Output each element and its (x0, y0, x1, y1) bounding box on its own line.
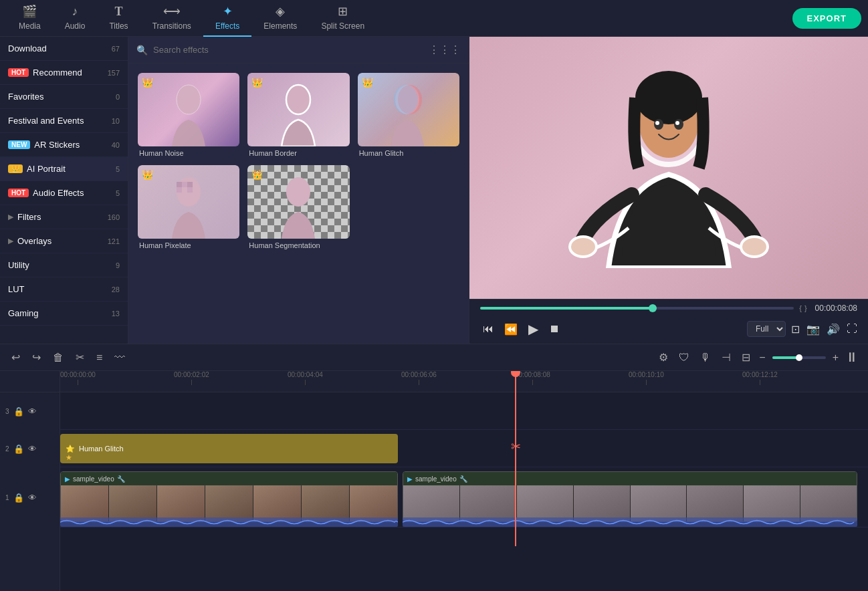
redo-button[interactable]: ↪ (30, 349, 43, 366)
svg-point-17 (570, 237, 596, 257)
nav-media[interactable]: 🎬 Media (7, 0, 53, 37)
lock-icon-1[interactable]: 🔒 (13, 493, 24, 503)
play-button[interactable]: ▶ (526, 318, 541, 340)
svg-rect-8 (177, 182, 182, 187)
effect-thumb-human-noise: 👑 (138, 73, 239, 146)
sidebar-item-utility[interactable]: Utility 9 (0, 253, 128, 277)
mic-icon[interactable]: 🎙 (698, 350, 713, 366)
ruler-marks: 00:00:00:00 00:00:02:02 00:00:04:04 00:0… (60, 371, 863, 392)
search-bar: 🔍 ⋮⋮⋮ (128, 37, 469, 64)
playback-controls-row: ⏮ ⏪ ▶ ⏹ Full ⊡ 📷 🔊 ⛶ (480, 318, 857, 340)
preview-controls: { } 00:00:08:08 ⏮ ⏪ ▶ ⏹ Full ⊡ 📷 🔊 ⛶ (469, 299, 868, 344)
cut-button[interactable]: ✂ (74, 349, 86, 366)
progress-handle[interactable] (649, 304, 657, 312)
sidebar-item-overlays[interactable]: ▶ Overlays 121 (0, 229, 128, 253)
undo-button[interactable]: ↩ (9, 349, 22, 366)
sidebar-item-favorites[interactable]: Favorites 0 (0, 85, 128, 109)
effect-clip-icon: ⭐ (66, 445, 75, 453)
sidebar-festival-label: Festival and Events (8, 116, 112, 126)
split-icon[interactable]: ⊣ (720, 349, 733, 366)
time-ruler: 00:00:00:00 00:00:02:02 00:00:04:04 00:0… (60, 371, 868, 392)
settings-icon[interactable]: ⚙ (657, 349, 670, 366)
quality-select[interactable]: Full (747, 321, 786, 337)
playhead (515, 371, 516, 546)
media-icon: 🎬 (22, 4, 37, 19)
lock-icon-3[interactable]: 🔒 (13, 406, 24, 417)
preview-area: { } 00:00:08:08 ⏮ ⏪ ▶ ⏹ Full ⊡ 📷 🔊 ⛶ (469, 37, 868, 344)
grid-view-icon[interactable]: ⋮⋮⋮ (429, 43, 461, 56)
zoom-bar[interactable] (772, 356, 826, 359)
sidebar-item-ai-portrait[interactable]: 👑 AI Portrait 5 (0, 157, 128, 181)
waveform-svg-1 (60, 517, 398, 527)
nav-transitions[interactable]: ⟷ Transitions (140, 0, 203, 37)
progress-bar[interactable] (480, 307, 794, 310)
audio-wave-button[interactable]: 〰 (112, 350, 127, 366)
time-mark-2: 00:00:04:04 (288, 371, 323, 385)
snapshot-icon[interactable]: 📷 (806, 323, 820, 336)
sidebar-item-recommend[interactable]: HOT Recommend 157 (0, 61, 128, 85)
track-labels: 3 🔒 👁 2 🔒 👁 1 🔒 👁 (0, 371, 60, 591)
crown-icon-4: 👑 (142, 169, 153, 180)
effects-icon: ✦ (223, 4, 233, 19)
sidebar-item-lut[interactable]: LUT 28 (0, 277, 128, 302)
delete-button[interactable]: 🗑 (51, 350, 66, 366)
adjust-button[interactable]: ≡ (94, 350, 104, 366)
crown-icon-5: 👑 (251, 169, 263, 180)
nav-audio[interactable]: ♪ Audio (53, 0, 98, 37)
audio-waveform-1 (60, 517, 398, 527)
sidebar-item-gaming[interactable]: Gaming 13 (0, 302, 128, 326)
effect-human-border[interactable]: 👑 Human Border (247, 73, 349, 157)
shield-icon[interactable]: 🛡 (677, 350, 691, 366)
eye-icon-2[interactable]: 👁 (28, 444, 37, 454)
eye-icon-3[interactable]: 👁 (28, 406, 37, 417)
nav-titles[interactable]: T Titles (97, 0, 140, 37)
frame-5 (253, 485, 301, 522)
sidebar-item-download[interactable]: Download 67 (0, 37, 128, 61)
video-clip-icon: ▶ (65, 475, 70, 483)
zoom-handle[interactable] (796, 354, 802, 361)
stop-button[interactable]: ⏹ (546, 320, 562, 338)
nav-effects[interactable]: ✦ Effects (203, 0, 251, 37)
frame-3 (157, 485, 205, 522)
caption-icon[interactable]: ⊟ (740, 349, 752, 366)
video-clip-2[interactable]: ▶ sample_video 🔧 (403, 471, 857, 522)
nav-splitscreen[interactable]: ⊞ Split Screen (309, 0, 376, 37)
sidebar-utility-count: 9 (116, 261, 120, 269)
audio-waveform-2 (403, 517, 857, 527)
zoom-out-button[interactable]: − (759, 352, 765, 364)
video-clip-1[interactable]: ▶ sample_video 🔧 (60, 471, 398, 522)
sidebar-item-audio-effects[interactable]: HOT Audio Effects 5 (0, 181, 128, 205)
search-input[interactable] (153, 45, 423, 55)
effect-human-pixelate[interactable]: 👑 Human Pixelate (138, 165, 239, 249)
timeline-pause-button[interactable]: ⏸ (845, 350, 859, 365)
video-clip-2-frames (403, 485, 857, 522)
crown-icon-3: 👑 (362, 77, 373, 88)
frame-back-button[interactable]: ⏪ (502, 320, 520, 338)
timeline-body: 3 🔒 👁 2 🔒 👁 1 🔒 👁 0 (0, 371, 868, 591)
zoom-in-button[interactable]: + (833, 352, 839, 364)
sidebar-item-festival[interactable]: Festival and Events 10 (0, 109, 128, 133)
effect-human-noise[interactable]: 👑 Human Noise (138, 73, 239, 157)
pip-icon[interactable]: ⊡ (791, 323, 800, 336)
sidebar-item-ar-stickers[interactable]: NEW AR Stickers 40 (0, 133, 128, 157)
track-1-lane: ▶ sample_video 🔧 (60, 467, 868, 527)
effect-human-segmentation[interactable]: 👑 Human Segmentation (247, 165, 349, 249)
eye-icon-1[interactable]: 👁 (28, 493, 37, 503)
nav-titles-label: Titles (109, 21, 128, 31)
sidebar: Download 67 HOT Recommend 157 Favorites … (0, 37, 128, 344)
export-button[interactable]: EXPORT (792, 8, 861, 29)
nav-elements[interactable]: ◈ Elements (251, 0, 309, 37)
sidebar-gaming-count: 13 (112, 310, 120, 318)
lock-icon-2[interactable]: 🔒 (13, 444, 24, 454)
volume-icon[interactable]: 🔊 (827, 323, 840, 336)
effect-human-glitch[interactable]: 👑 Human Glitch (358, 73, 459, 157)
video-clip-2-header: ▶ sample_video 🔧 (403, 472, 857, 485)
effect-thumb-human-pixelate: 👑 (138, 165, 239, 239)
svg-point-21 (655, 121, 659, 125)
fullscreen-icon[interactable]: ⛶ (847, 323, 857, 335)
effect-clip-human-glitch[interactable]: ⭐ Human Glitch ★ (60, 434, 398, 463)
frame-2-6 (687, 485, 743, 522)
step-back-button[interactable]: ⏮ (480, 320, 496, 338)
sidebar-gaming-label: Gaming (8, 308, 112, 318)
sidebar-item-filters[interactable]: ▶ Filters 160 (0, 205, 128, 229)
